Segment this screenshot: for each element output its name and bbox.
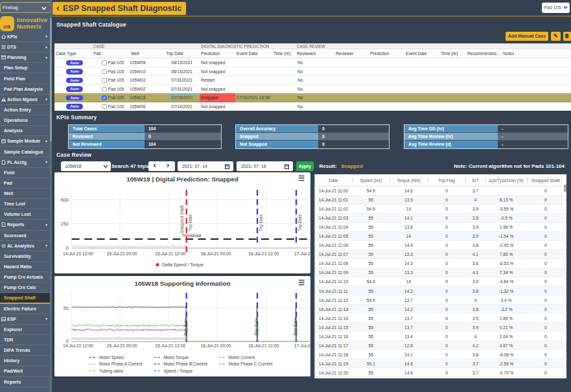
svg-text:15-Jul-21 00:00: 15-Jul-21 00:00 xyxy=(106,343,137,348)
svg-text:Tubing valve: Tubing valve xyxy=(99,368,123,373)
svg-text:15-Jul-21 12:00: 15-Jul-21 12:00 xyxy=(155,251,185,256)
svg-text:15-Jul-21 12:00: 15-Jul-21 12:00 xyxy=(155,343,185,348)
svg-text:Trip Date: Trip Date xyxy=(183,317,189,336)
svg-text:250: 250 xyxy=(60,221,69,227)
svg-text:Trip Date: Trip Date xyxy=(259,214,264,231)
svg-text:Trip Date: Trip Date xyxy=(297,214,303,231)
svg-text:Motor Phase C Current: Motor Phase C Current xyxy=(229,362,273,366)
svg-text:50: 50 xyxy=(64,305,69,311)
svg-text:Speed / Torque: Speed / Torque xyxy=(164,368,193,373)
svg-text:Motor Phase B Current: Motor Phase B Current xyxy=(164,362,208,366)
svg-text:14-Jul-21 12:00: 14-Jul-21 12:00 xyxy=(63,343,93,348)
svg-text:Motor Speed: Motor Speed xyxy=(99,354,124,360)
svg-text:Threshold: Threshold xyxy=(181,233,201,238)
svg-text:Trip Date: Trip Date xyxy=(254,317,259,336)
svg-text:17-Jul-21 ...: 17-Jul-21 ... xyxy=(294,251,310,256)
svg-text:0: 0 xyxy=(66,245,69,251)
svg-text:Motor Current: Motor Current xyxy=(229,354,255,359)
svg-text:Trip Date: Trip Date xyxy=(188,214,193,231)
svg-text:Delta Speed / Torque: Delta Speed / Torque xyxy=(162,262,204,268)
svg-text:15-Jul-21 00:00: 15-Jul-21 00:00 xyxy=(106,251,137,256)
svg-text:16-Jul-21 00:00: 16-Jul-21 00:00 xyxy=(200,251,231,256)
svg-text:Snapped Shaft: Snapped Shaft xyxy=(180,205,185,233)
svg-text:16-Jul-21 12:00: 16-Jul-21 12:00 xyxy=(248,343,279,348)
svg-text:Motor Torque: Motor Torque xyxy=(164,354,189,360)
svg-text:Trip Date: Trip Date xyxy=(293,317,298,336)
svg-text:16-Jul-21 00:00: 16-Jul-21 00:00 xyxy=(200,343,231,348)
svg-text:500: 500 xyxy=(60,197,69,203)
svg-text:17-Jul-21 ...: 17-Jul-21 ... xyxy=(294,343,310,348)
svg-text:16-Jul-21 12:00: 16-Jul-21 12:00 xyxy=(248,251,279,256)
svg-text:Motor Phase A Current: Motor Phase A Current xyxy=(99,362,143,366)
svg-text:14-Jul-21 12:00: 14-Jul-21 12:00 xyxy=(63,251,93,256)
